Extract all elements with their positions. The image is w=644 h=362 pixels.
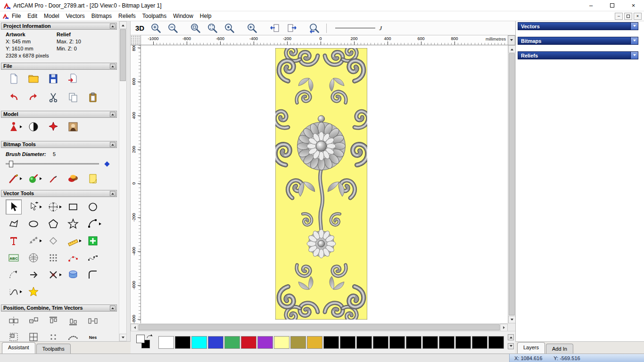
mag-obj-icon[interactable] <box>222 21 238 36</box>
menu-help[interactable]: Help <box>197 12 215 20</box>
canvas-2d-view[interactable] <box>141 45 508 323</box>
close-button[interactable]: × <box>623 0 644 11</box>
scroll-up-button[interactable] <box>508 45 516 53</box>
curve-dots-icon[interactable] <box>65 329 81 341</box>
panel-splitter[interactable] <box>126 21 131 341</box>
align-center-v-icon[interactable] <box>25 313 41 329</box>
scroll-left-button[interactable] <box>131 324 138 331</box>
doc-arrow-l-icon[interactable] <box>267 21 283 36</box>
line-width-sample[interactable] <box>335 28 375 28</box>
reliefs-dropdown-button[interactable] <box>630 52 638 59</box>
mag-minus-icon[interactable] <box>165 21 181 36</box>
palette-swatch[interactable] <box>422 336 438 349</box>
mdi-close-button[interactable]: × <box>634 13 642 20</box>
palette-swatch[interactable] <box>191 336 207 349</box>
maximize-button[interactable] <box>602 0 623 11</box>
collapse-project-button[interactable] <box>110 24 116 29</box>
curve-nodes-icon[interactable] <box>85 250 101 265</box>
slider-handle[interactable] <box>9 161 13 167</box>
fillet-icon[interactable] <box>85 267 101 282</box>
bitmaps-dropdown-button[interactable] <box>630 37 638 44</box>
palette-scroll-down-button[interactable] <box>508 343 514 349</box>
texture-icon[interactable] <box>65 119 81 134</box>
polygon-tool-icon[interactable] <box>45 216 61 231</box>
view-3d-button[interactable]: 3D <box>135 24 144 32</box>
mag-arrow-icon[interactable] <box>306 21 322 36</box>
arrow-tool-icon[interactable] <box>25 267 41 282</box>
palette-swatch[interactable] <box>439 336 454 349</box>
mag-plus-icon[interactable] <box>148 21 164 36</box>
star-tool-icon[interactable] <box>65 216 81 231</box>
assistant-scrollbar[interactable] <box>119 21 126 341</box>
primary-color-swatch[interactable] <box>136 335 145 343</box>
undo-icon[interactable] <box>6 90 22 105</box>
palette-swatch[interactable] <box>472 336 487 349</box>
minimize-button[interactable]: – <box>580 0 602 11</box>
page-flip-icon[interactable] <box>85 171 101 186</box>
collapse-bitmap-button[interactable] <box>110 142 116 147</box>
polyline-tool-icon[interactable] <box>6 216 22 231</box>
collapse-position-button[interactable] <box>110 305 116 311</box>
align-grid-icon[interactable] <box>25 329 41 341</box>
text-flow-icon[interactable] <box>25 233 41 248</box>
mdi-minimize-button[interactable]: – <box>615 13 623 20</box>
folder-open-icon[interactable] <box>25 71 41 86</box>
mag-page-icon[interactable] <box>188 21 204 36</box>
abc-block-icon[interactable] <box>6 250 22 265</box>
scroll-down-button[interactable] <box>119 334 126 341</box>
mesh-grid-icon[interactable] <box>25 250 41 265</box>
palette-swatch[interactable] <box>455 336 471 349</box>
node-edit-icon[interactable] <box>25 199 41 214</box>
node-chain-icon[interactable] <box>65 250 81 265</box>
swap-colors-icon[interactable] <box>147 334 153 339</box>
scrollbar-thumb[interactable] <box>120 29 126 81</box>
measure-icon[interactable] <box>65 233 81 248</box>
vectors-dropdown-button[interactable] <box>630 23 638 30</box>
section-tool-icon[interactable] <box>6 284 22 299</box>
palette-swatch[interactable] <box>257 336 273 349</box>
palette-swatch[interactable] <box>340 336 355 349</box>
copy-icon[interactable] <box>65 90 81 105</box>
palette-swatch[interactable] <box>488 336 504 349</box>
brush-small-icon[interactable] <box>45 171 61 186</box>
scroll-up-button[interactable] <box>119 21 126 29</box>
palette-swatch[interactable] <box>224 336 240 349</box>
menu-edit[interactable]: Edit <box>24 12 41 20</box>
brush-diameter-slider[interactable] <box>6 163 99 165</box>
mag-prev-icon[interactable] <box>244 21 260 36</box>
vectors-section-header[interactable]: Vectors <box>518 22 638 30</box>
palette-swatch[interactable] <box>241 336 256 349</box>
tab-toolpaths[interactable]: Toolpaths <box>36 344 71 354</box>
dot-array-sm-icon[interactable] <box>45 329 61 341</box>
model-size-icon[interactable] <box>6 119 22 134</box>
palette-swatch[interactable] <box>208 336 223 349</box>
menu-file[interactable]: File <box>8 12 24 20</box>
menu-window[interactable]: Window <box>170 12 197 20</box>
mag-fit-icon[interactable] <box>205 21 221 36</box>
bitmaps-section-header[interactable]: Bitmaps <box>518 37 638 45</box>
text-tool-icon[interactable] <box>6 233 22 248</box>
redo-icon[interactable] <box>25 90 41 105</box>
stack-3d-icon[interactable] <box>65 267 81 282</box>
arc-dash-icon[interactable] <box>6 267 22 282</box>
transform-icon[interactable] <box>45 199 61 214</box>
save-icon[interactable] <box>45 71 61 86</box>
plus-green-icon[interactable] <box>85 233 101 248</box>
align-top-icon[interactable] <box>45 313 61 329</box>
import-icon[interactable] <box>65 71 81 86</box>
light-red-icon[interactable] <box>45 119 61 134</box>
palette-swatch[interactable] <box>373 336 388 349</box>
palette-scroll-up-button[interactable] <box>508 334 514 340</box>
sphere-brush-icon[interactable] <box>25 171 41 186</box>
tab-layers[interactable]: Layers <box>517 342 545 354</box>
circle-tool-icon[interactable] <box>85 199 101 214</box>
menu-model[interactable]: Model <box>41 12 63 20</box>
align-sides-icon[interactable] <box>85 313 101 329</box>
menu-bitmaps[interactable]: Bitmaps <box>88 12 115 20</box>
invert-bw-icon[interactable] <box>25 119 41 134</box>
palette-swatch[interactable] <box>158 336 174 349</box>
palette-swatch[interactable] <box>356 336 372 349</box>
brush-red-icon[interactable] <box>6 171 22 186</box>
align-corner-icon[interactable] <box>6 329 22 341</box>
palette-swatch[interactable] <box>274 336 289 349</box>
